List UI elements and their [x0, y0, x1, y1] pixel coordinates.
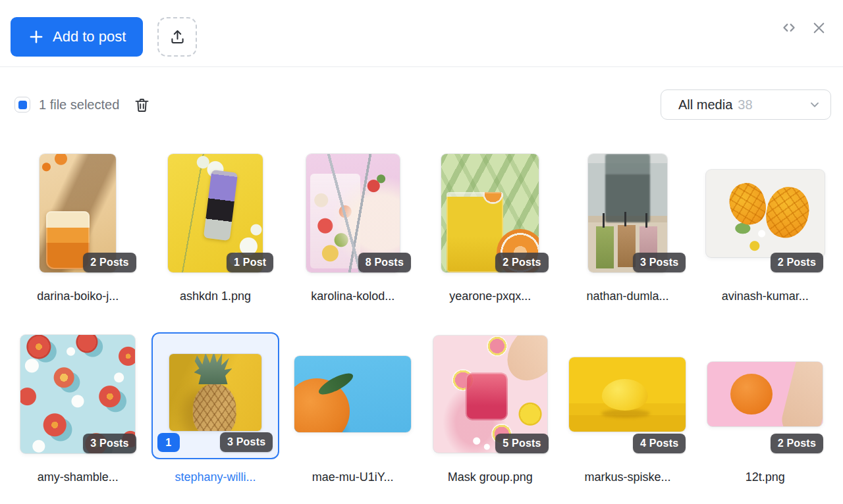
media-item[interactable]: 2 Posts darina-boiko-j... — [9, 154, 147, 305]
filename: 12t.png — [746, 468, 785, 486]
filename: mae-mu-U1iY... — [312, 468, 394, 486]
thumbnail-orange-blue[interactable] — [294, 356, 411, 432]
posts-badge: 3 Posts — [83, 434, 136, 453]
filename: nathan-dumla... — [586, 288, 668, 305]
media-item[interactable]: 2 Posts avinash-kumar... — [696, 154, 834, 305]
thumbnail-area: 3 Posts — [9, 335, 147, 453]
filename: Mask group.png — [448, 468, 533, 486]
posts-badge: 2 Posts — [495, 253, 548, 272]
add-to-post-button[interactable]: Add to post — [11, 17, 143, 57]
media-item[interactable]: 3 Posts amy-shamble... — [9, 335, 147, 486]
chevron-down-icon — [807, 97, 822, 112]
plus-icon — [28, 28, 45, 45]
filename: avinash-kumar... — [722, 288, 809, 305]
selection-order-badge: 1 — [157, 433, 180, 452]
posts-badge: 3 Posts — [220, 432, 273, 452]
media-item[interactable]: mae-mu-U1iY... — [284, 335, 422, 486]
thumbnail-mangoes[interactable] — [706, 170, 825, 257]
posts-badge: 1 Post — [227, 253, 273, 272]
thumbnail-area: 3 Posts — [559, 154, 697, 272]
thumbnail-orange-hand[interactable] — [707, 362, 823, 426]
filename: amy-shamble... — [38, 468, 119, 486]
media-item[interactable]: 8 Posts karolina-kolod... — [284, 154, 422, 305]
filename: darina-boiko-j... — [37, 288, 119, 305]
filename: ashkdn 1.png — [180, 288, 251, 305]
selected-card[interactable]: 1 3 Posts — [151, 332, 280, 459]
add-to-post-label: Add to post — [53, 28, 126, 45]
posts-badge: 3 Posts — [633, 253, 686, 272]
thumbnail-area: 5 Posts — [422, 335, 559, 453]
media-item[interactable]: 5 Posts Mask group.png — [422, 335, 559, 486]
thumbnail-area — [284, 335, 422, 453]
media-filter-dropdown[interactable]: All media 38 — [661, 89, 831, 120]
checkbox-checked-indicator — [18, 101, 27, 109]
thumbnail-area: 4 Posts — [559, 335, 697, 453]
thumbnail-lemon[interactable] — [569, 357, 686, 432]
filename: markus-spiske... — [584, 468, 670, 486]
filter-label: All media — [678, 97, 732, 113]
posts-badge: 5 Posts — [495, 434, 548, 453]
media-item[interactable]: 2 Posts 12t.png — [696, 335, 834, 486]
posts-badge: 2 Posts — [771, 253, 823, 272]
media-item[interactable]: 2 Posts yearone-pxqx... — [422, 154, 559, 305]
thumbnail-area: 2 Posts — [422, 154, 559, 272]
thumbnail-area: 2 Posts — [9, 154, 147, 272]
thumbnail-area: 1 Post — [147, 154, 285, 272]
selection-count-text: 1 file selected — [39, 97, 119, 113]
select-all-checkbox[interactable] — [14, 97, 30, 113]
posts-badge: 8 Posts — [358, 253, 411, 272]
trash-icon — [133, 96, 151, 114]
media-item[interactable]: 3 Posts nathan-dumla... — [559, 154, 697, 305]
thumbnail-area: 2 Posts — [696, 154, 834, 272]
thumbnail-area: 1 3 Posts — [147, 335, 285, 453]
thumbnail-area: 8 Posts — [284, 154, 422, 272]
posts-badge: 2 Posts — [83, 253, 136, 272]
filename: yearone-pxqx... — [449, 288, 531, 305]
selection-toolbar: 1 file selected All media 38 — [14, 89, 831, 120]
close-icon[interactable] — [811, 20, 827, 36]
filename: stephany-willi... — [175, 468, 256, 486]
delete-selected-button[interactable] — [133, 96, 151, 114]
posts-badge: 2 Posts — [771, 434, 823, 453]
thumbnail-pineapple[interactable] — [169, 354, 261, 431]
media-item[interactable]: 1 Post ashkdn 1.png — [147, 154, 285, 305]
thumbnail-area: 2 Posts — [696, 335, 834, 453]
upload-button[interactable] — [157, 17, 197, 57]
header-actions — [780, 19, 827, 36]
filename: karolina-kolod... — [311, 288, 394, 305]
media-item-selected[interactable]: 1 3 Posts stephany-willi... — [147, 335, 285, 486]
posts-badge: 4 Posts — [633, 434, 686, 453]
upload-icon — [169, 28, 186, 46]
media-grid: 2 Posts darina-boiko-j... 1 Post ashkdn … — [9, 154, 834, 486]
filter-count: 38 — [738, 97, 752, 113]
media-item[interactable]: 4 Posts markus-spiske... — [559, 335, 697, 486]
expand-code-icon[interactable] — [780, 19, 798, 36]
header: Add to post — [0, 0, 843, 67]
